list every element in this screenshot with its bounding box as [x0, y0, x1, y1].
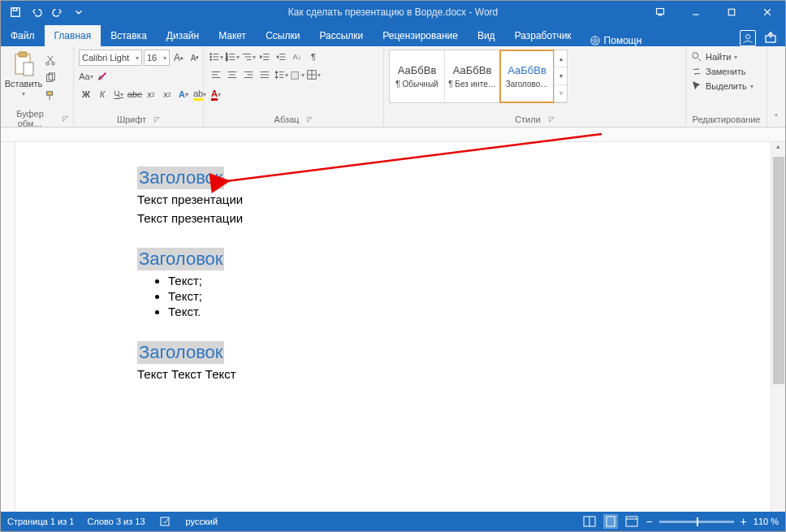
list-item[interactable]: Текст.: [168, 305, 771, 318]
zoom-out-button[interactable]: −: [646, 515, 652, 528]
svg-point-18: [210, 59, 212, 61]
tab-view[interactable]: Вид: [468, 25, 505, 46]
style-scroll-up[interactable]: ▴: [555, 50, 567, 67]
web-layout-button[interactable]: [624, 514, 639, 529]
paragraph-launcher[interactable]: ◸: [307, 115, 313, 123]
qat-more-button[interactable]: [69, 2, 89, 22]
pilcrow-button[interactable]: ¶: [306, 50, 321, 64]
tab-review[interactable]: Рецензирование: [373, 25, 468, 46]
select-button[interactable]: Выделить▾: [691, 80, 754, 92]
tab-home[interactable]: Главная: [45, 25, 101, 46]
change-case-button[interactable]: Aa▾: [79, 69, 93, 84]
undo-button[interactable]: [27, 2, 46, 22]
styles-launcher[interactable]: ◸: [549, 115, 555, 123]
spellcheck-icon[interactable]: [158, 514, 173, 529]
numbering-button[interactable]: 123▾: [225, 50, 240, 64]
increase-indent-button[interactable]: [274, 50, 288, 64]
tab-file[interactable]: Файл: [1, 25, 45, 46]
align-center-button[interactable]: [225, 67, 240, 82]
body-line[interactable]: Текст презентации: [137, 211, 771, 225]
zoom-level[interactable]: 110 %: [754, 517, 779, 526]
maximize-button[interactable]: [714, 1, 749, 24]
heading-1[interactable]: Заголовок: [137, 167, 224, 189]
language-status[interactable]: русский: [186, 517, 218, 526]
heading-3[interactable]: Заголовок: [137, 341, 224, 364]
tab-insert[interactable]: Вставка: [101, 25, 157, 46]
font-launcher[interactable]: ◸: [154, 115, 160, 123]
zoom-in-button[interactable]: +: [741, 515, 747, 528]
grow-font-button[interactable]: A▴: [171, 50, 186, 65]
horizontal-ruler[interactable]: [1, 128, 785, 142]
subscript-button[interactable]: x2: [144, 87, 158, 102]
heading-2[interactable]: Заголовок: [137, 248, 224, 270]
document-area: ▴ Заголовок Текст презентации Текст през…: [1, 128, 785, 512]
format-painter-button[interactable]: [43, 89, 58, 103]
redo-button[interactable]: [48, 2, 67, 22]
save-button[interactable]: [6, 2, 25, 22]
italic-button[interactable]: К: [95, 87, 110, 102]
svg-rect-26: [161, 517, 169, 526]
group-paragraph: ▾ 123▾ ▾ A↓ ¶ ▾ ▾ ▾ Абзац◸: [204, 46, 384, 127]
list-item[interactable]: Текст;: [168, 274, 771, 288]
body-line[interactable]: Текст презентации: [137, 192, 771, 206]
find-button[interactable]: Найти▾: [691, 51, 754, 63]
group-editing-label: Редактирование: [693, 115, 761, 124]
list-item[interactable]: Текст;: [168, 289, 771, 303]
close-button[interactable]: [749, 1, 785, 24]
bullet-list[interactable]: Текст; Текст; Текст.: [137, 274, 771, 318]
minimize-button[interactable]: [678, 1, 714, 24]
text-effects-button[interactable]: A▾: [176, 87, 191, 102]
svg-text:3: 3: [226, 58, 228, 62]
style-expand[interactable]: ▿: [555, 85, 567, 102]
borders-button[interactable]: ▾: [306, 67, 321, 82]
style-normal[interactable]: АаБбВв ¶ Обычный: [390, 50, 445, 102]
read-mode-button[interactable]: [582, 514, 597, 529]
bullets-button[interactable]: ▾: [209, 50, 223, 64]
sort-button[interactable]: A↓: [290, 50, 304, 64]
superscript-button[interactable]: x2: [160, 87, 175, 102]
decrease-indent-button[interactable]: [257, 50, 272, 64]
underline-button[interactable]: Ч▾: [111, 87, 126, 102]
line-spacing-button[interactable]: ▾: [274, 67, 288, 82]
body-line[interactable]: Текст Текст Текст: [137, 367, 771, 381]
align-right-button[interactable]: [241, 67, 256, 82]
tell-me[interactable]: Помощн: [581, 35, 650, 46]
justify-button[interactable]: [257, 67, 272, 82]
font-name-combo[interactable]: Calibri Light▾: [79, 50, 142, 66]
collapse-ribbon-button[interactable]: ˄: [767, 46, 785, 127]
vertical-ruler[interactable]: [1, 142, 15, 512]
multilevel-button[interactable]: ▾: [241, 50, 256, 64]
style-no-spacing[interactable]: АаБбВв ¶ Без инте…: [445, 50, 500, 102]
tab-mailings[interactable]: Рассылки: [309, 25, 373, 46]
font-size-combo[interactable]: 16▾: [144, 50, 170, 66]
document-page[interactable]: Заголовок Текст презентации Текст презен…: [15, 142, 771, 381]
zoom-slider[interactable]: [659, 521, 734, 523]
print-layout-button[interactable]: [603, 514, 618, 529]
window-title: Как сделать презентацию в Ворде.docx - W…: [288, 6, 498, 18]
svg-rect-28: [607, 517, 615, 526]
word-count[interactable]: Слово 3 из 13: [87, 517, 145, 526]
vertical-scrollbar[interactable]: ▴: [771, 142, 785, 512]
account-avatar[interactable]: [740, 30, 756, 46]
tab-references[interactable]: Ссылки: [256, 25, 309, 46]
tab-design[interactable]: Дизайн: [157, 25, 209, 46]
style-heading[interactable]: АаБбВв Заголово…: [499, 50, 555, 103]
shading-button[interactable]: ▾: [290, 67, 304, 82]
strike-button[interactable]: abe: [127, 87, 142, 102]
clipboard-launcher[interactable]: ◸: [63, 115, 68, 123]
cut-button[interactable]: [43, 53, 58, 67]
page-status[interactable]: Страница 1 из 1: [7, 517, 74, 526]
bold-button[interactable]: Ж: [79, 87, 93, 102]
tab-layout[interactable]: Макет: [209, 25, 256, 46]
group-clipboard-label: Буфер обм…: [6, 109, 54, 128]
ribbon-options-button[interactable]: [642, 1, 678, 24]
copy-button[interactable]: [43, 71, 58, 85]
style-scroll-down[interactable]: ▾: [555, 67, 567, 84]
shrink-font-button[interactable]: A▾: [188, 50, 202, 65]
tab-developer[interactable]: Разработчик: [505, 25, 581, 46]
share-button[interactable]: [764, 31, 777, 46]
clear-format-button[interactable]: A: [95, 69, 110, 84]
paste-button[interactable]: Вставить ▾: [6, 50, 41, 97]
align-left-button[interactable]: [209, 67, 223, 82]
replace-button[interactable]: Заменить: [691, 66, 754, 77]
